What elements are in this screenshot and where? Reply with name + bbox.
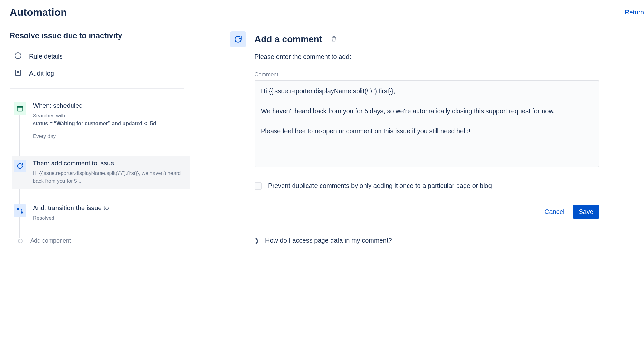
info-icon — [14, 52, 22, 61]
step-then-preview: Hi {{issue.reporter.displayName.split(\"… — [33, 170, 186, 185]
panel-refresh-icon — [230, 31, 246, 47]
calendar-icon — [14, 102, 26, 115]
svg-point-12 — [21, 212, 23, 213]
return-link[interactable]: Return — [625, 9, 644, 16]
nav-audit-log[interactable]: Audit log — [10, 65, 190, 82]
step-when[interactable]: When: scheduled Searches with status = “… — [12, 98, 190, 144]
step-when-schedule: Every day — [33, 133, 186, 140]
main-panel: Add a comment Please enter the comment t… — [255, 31, 609, 244]
nav-rule-details[interactable]: Rule details — [10, 48, 190, 65]
step-when-jql: status = “Waiting for customer” and upda… — [33, 121, 156, 126]
step-and-status: Resolved — [33, 214, 186, 222]
svg-rect-7 — [17, 107, 23, 111]
step-when-title: When: scheduled — [33, 102, 186, 109]
help-label: How do I access page data in my comment? — [265, 237, 392, 244]
sidebar: Resolve issue due to inactivity Rule det… — [10, 31, 190, 244]
help-expander[interactable]: ❯ How do I access page data in my commen… — [255, 237, 599, 244]
comment-label: Comment — [255, 71, 599, 78]
add-circle-icon — [18, 239, 23, 243]
step-when-search-prefix: Searches with — [33, 113, 65, 118]
add-component[interactable]: Add component — [12, 237, 190, 244]
step-then-title: Then: add comment to issue — [33, 160, 186, 167]
chevron-right-icon: ❯ — [255, 237, 259, 244]
svg-point-11 — [17, 208, 19, 210]
prevent-duplicates-label: Prevent duplicate comments by only addin… — [268, 182, 492, 190]
rule-name: Resolve issue due to inactivity — [10, 31, 190, 40]
step-and-title: And: transition the issue to — [33, 204, 186, 212]
comment-refresh-icon — [14, 160, 26, 172]
page-title: Automation — [10, 6, 67, 18]
nav-rule-details-label: Rule details — [29, 53, 63, 60]
prevent-duplicates-checkbox[interactable] — [255, 182, 262, 190]
transition-icon — [14, 204, 26, 217]
step-and[interactable]: And: transition the issue to Resolved — [12, 200, 190, 226]
cancel-button[interactable]: Cancel — [539, 205, 570, 219]
nav-audit-log-label: Audit log — [29, 70, 54, 77]
step-then[interactable]: Then: add comment to issue Hi {{issue.re… — [12, 156, 190, 189]
panel-subtitle: Please enter the comment to add: — [255, 53, 599, 60]
comment-input[interactable] — [255, 80, 599, 167]
delete-icon[interactable] — [331, 35, 337, 43]
divider — [10, 88, 184, 89]
prevent-duplicates-row[interactable]: Prevent duplicate comments by only addin… — [255, 182, 599, 190]
save-button[interactable]: Save — [573, 205, 599, 219]
svg-point-2 — [18, 54, 18, 55]
panel-title: Add a comment — [255, 34, 322, 44]
log-icon — [14, 69, 22, 78]
add-component-label: Add component — [30, 237, 71, 244]
